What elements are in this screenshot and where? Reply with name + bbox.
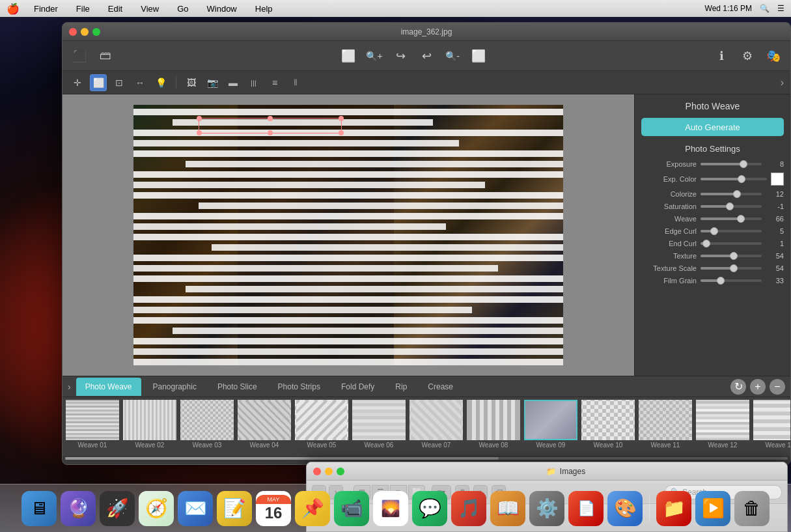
dock-stickies[interactable]: 📌: [295, 491, 330, 526]
tool-vstrips[interactable]: ⫼: [245, 74, 262, 91]
toolbar-fliph[interactable]: ↩: [416, 46, 437, 66]
finder-maximize-button[interactable]: [337, 468, 344, 475]
thumbnail-item-3[interactable]: Weave 03: [180, 400, 234, 456]
slider-saturation-thumb[interactable]: [726, 203, 734, 210]
tab-photo-weave[interactable]: Photo Weave: [76, 378, 141, 396]
auto-generate-button[interactable]: Auto Generate: [641, 118, 784, 136]
tool-barcode[interactable]: ⦀: [287, 74, 304, 91]
slider-endcurl-thumb[interactable]: [702, 240, 710, 247]
thumbnail-item-8[interactable]: Weave 08: [466, 400, 521, 456]
dock-launchpad[interactable]: 🚀: [100, 491, 135, 526]
slider-exposure-thumb[interactable]: [740, 160, 747, 168]
thumbnail-item-11[interactable]: Weave 11: [638, 400, 693, 456]
dock-facetime[interactable]: 📹: [334, 491, 369, 526]
slider-colorize-thumb[interactable]: [733, 190, 741, 198]
menu-finder[interactable]: Finder: [30, 3, 62, 15]
dock-notes[interactable]: 📝: [217, 491, 252, 526]
slider-texture-track[interactable]: [701, 255, 762, 257]
dock-siri[interactable]: 🔮: [61, 491, 96, 526]
apple-menu[interactable]: 🍎: [7, 3, 20, 15]
menu-edit[interactable]: Edit: [104, 3, 126, 15]
toolbar-gallery[interactable]: 🗃: [95, 46, 116, 66]
thumbnail-scrollbar[interactable]: [65, 457, 788, 460]
tool-image[interactable]: 🖼: [183, 74, 200, 91]
menu-go[interactable]: Go: [173, 3, 192, 15]
slider-exposure-track[interactable]: [701, 163, 762, 165]
slider-texscale-track[interactable]: [701, 267, 762, 270]
slider-texture-thumb[interactable]: [730, 252, 738, 260]
toolbar-fitwindow[interactable]: ⬛: [69, 46, 90, 66]
thumbnail-item-9[interactable]: Weave 09: [523, 400, 578, 456]
dock-mail[interactable]: ✉️: [178, 491, 213, 526]
thumbnail-item-6[interactable]: Weave 06: [352, 400, 406, 456]
finder-close-button[interactable]: [313, 468, 321, 475]
menu-window[interactable]: Window: [203, 3, 241, 15]
dock-trash[interactable]: 🗑: [734, 491, 770, 526]
search-menubar-icon[interactable]: 🔍: [760, 4, 770, 13]
menu-help[interactable]: Help: [251, 3, 277, 15]
dock-acrobat[interactable]: 📄: [568, 491, 604, 526]
toolbar-settings[interactable]: ⚙: [737, 46, 758, 66]
slider-filmgrain-track[interactable]: [701, 279, 762, 282]
toolbar-zoomout[interactable]: 🔍-: [442, 46, 463, 66]
thumbnail-item-1[interactable]: Weave 01: [65, 400, 120, 456]
maximize-button[interactable]: [92, 28, 100, 36]
menu-file[interactable]: File: [72, 3, 94, 15]
thumbnail-item-7[interactable]: Weave 07: [409, 400, 464, 456]
thumbnail-item-4[interactable]: Weave 04: [237, 400, 292, 456]
tab-chevron[interactable]: ›: [68, 382, 71, 392]
tab-crease[interactable]: Crease: [419, 378, 462, 396]
tab-add-button[interactable]: +: [750, 379, 766, 395]
dock-calendar[interactable]: MAY 16: [256, 491, 291, 526]
tool-adjust[interactable]: ▬: [225, 74, 242, 91]
thumbnail-item-12[interactable]: Weave 12: [695, 400, 750, 456]
tab-fold-defy[interactable]: Fold Defy: [332, 378, 383, 396]
dock-books[interactable]: 📖: [490, 491, 525, 526]
dock-pixelmator[interactable]: 🎨: [607, 491, 643, 526]
tab-panographic[interactable]: Panographic: [144, 378, 206, 396]
tool-hstrips[interactable]: ≡: [266, 74, 283, 91]
slider-weave-track[interactable]: [701, 217, 762, 220]
slider-colorize-track[interactable]: [701, 193, 762, 195]
tab-photo-strips[interactable]: Photo Strips: [269, 378, 329, 396]
toolbar-fit[interactable]: ⬜: [468, 46, 489, 66]
menu-view[interactable]: View: [137, 3, 163, 15]
dock-safari[interactable]: 🧭: [139, 491, 174, 526]
slider-expcolor-track[interactable]: [701, 178, 767, 180]
dock-systemprefs[interactable]: ⚙️: [529, 491, 564, 526]
dock-finder[interactable]: 🖥: [21, 491, 57, 526]
dock-quicktime[interactable]: ▶️: [695, 491, 730, 526]
minimize-button[interactable]: [81, 28, 89, 36]
slider-filmgrain-thumb[interactable]: [717, 277, 725, 285]
close-button[interactable]: [69, 28, 77, 36]
dock-messages[interactable]: 💬: [412, 491, 447, 526]
tool-move[interactable]: ✛: [69, 74, 86, 91]
dock-photos[interactable]: 🌄: [373, 491, 408, 526]
slider-texscale-thumb[interactable]: [730, 264, 738, 272]
thumbnail-item-2[interactable]: Weave 02: [122, 400, 177, 456]
toolbar-zoomin[interactable]: 🔍+: [364, 46, 385, 66]
toolbar-rotate[interactable]: ↪: [390, 46, 411, 66]
toolbar-effects[interactable]: 🎭: [763, 46, 784, 66]
slider-saturation-track[interactable]: [701, 205, 762, 208]
slider-endcurl-track[interactable]: [701, 242, 762, 245]
dock-music[interactable]: 🎵: [451, 491, 486, 526]
tab-photo-slice[interactable]: Photo Slice: [208, 378, 266, 396]
tool-marquee[interactable]: ⊡: [111, 74, 128, 91]
tab-rip[interactable]: Rip: [386, 378, 416, 396]
slider-weave-thumb[interactable]: [737, 215, 745, 223]
notification-icon[interactable]: ☰: [777, 4, 784, 13]
toolbar-crop[interactable]: ⬜: [338, 46, 359, 66]
tool-camera[interactable]: 📷: [204, 74, 221, 91]
slider-edgecurl-track[interactable]: [701, 230, 762, 232]
tab-refresh-button[interactable]: ↻: [730, 379, 746, 395]
tool-transform[interactable]: ↔: [132, 74, 148, 91]
thumbnail-item-13[interactable]: Weave 13: [753, 400, 790, 456]
tool-more[interactable]: ›: [781, 77, 784, 89]
thumbnail-scrollbar-thumb[interactable]: [65, 457, 499, 460]
tool-select[interactable]: ⬜: [90, 74, 107, 91]
expcolor-swatch[interactable]: [771, 173, 784, 186]
toolbar-info[interactable]: ℹ: [711, 46, 732, 66]
finder-minimize-button[interactable]: [325, 468, 333, 475]
canvas[interactable]: [133, 105, 563, 365]
